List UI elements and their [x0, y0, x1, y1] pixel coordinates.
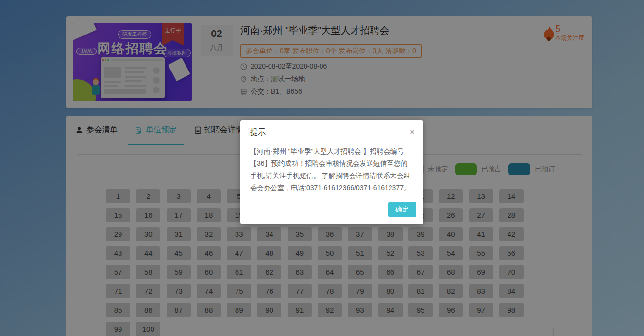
close-icon[interactable]: ×: [408, 126, 416, 138]
alert-dialog: 提示 × 【河南·郑州 "毕业季"大型人才招聘会 】招聘会编号【36】预约成功！…: [240, 120, 423, 224]
dialog-title: 提示: [250, 128, 266, 136]
page: 进行中 研发工程师 网络招聘会 JAVA 高校教师: [0, 0, 644, 336]
confirm-button[interactable]: 确定: [388, 202, 416, 217]
dialog-message: 【河南·郑州 "毕业季"大型人才招聘会 】招聘会编号【36】预约成功！招聘会审核…: [240, 141, 423, 197]
